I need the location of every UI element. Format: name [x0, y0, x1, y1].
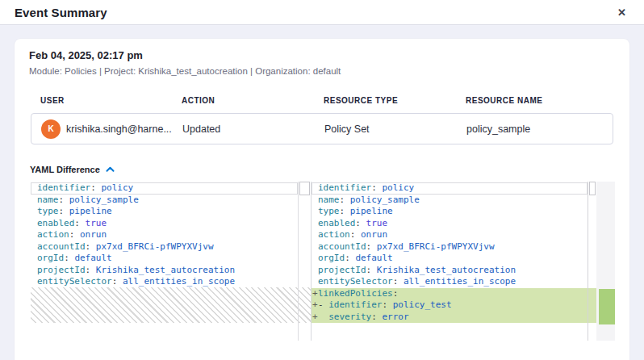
original-code-lines: identifier: policyname: policy_sampletyp…	[31, 182, 311, 288]
code-line: projectId: Krishika_test_autocreation	[312, 265, 596, 277]
diff-added-line: + severity: error	[312, 312, 596, 324]
code-line: type: pipeline	[312, 206, 596, 218]
close-icon[interactable]: ✕	[617, 7, 626, 18]
code-line: accountId: px7xd_BFRCi-pfWPYXVjvw	[312, 241, 596, 253]
column-header-action: ACTION	[182, 96, 324, 105]
code-line: entitySelector: all_entities_in_scope	[312, 276, 596, 288]
right-scrollbar[interactable]	[588, 182, 596, 341]
yaml-difference-toggle[interactable]: YAML Difference	[30, 165, 615, 174]
event-card: Feb 04, 2025, 02:17 pm Module: Policies …	[15, 39, 629, 360]
diff-overview-ruler[interactable]	[596, 182, 615, 341]
code-line: entitySelector: all_entities_in_scope	[31, 276, 311, 288]
code-line: projectId: Krishika_test_autocreation	[31, 265, 311, 277]
code-line: identifier: policy	[312, 182, 588, 195]
code-line: action: onrun	[312, 229, 596, 241]
diff-pane-modified[interactable]: identifier: policyname: policy_sampletyp…	[311, 182, 596, 341]
event-timestamp: Feb 04, 2025, 02:17 pm	[29, 49, 615, 61]
code-line: accountId: px7xd_BFRCi-pfWPYXVjvw	[31, 241, 311, 253]
avatar: K	[41, 119, 61, 139]
code-line: action: onrun	[31, 229, 311, 241]
code-line: orgId: default	[31, 253, 311, 265]
added-lines-marker	[599, 289, 615, 324]
diff-added-line: +linkedPolicies:	[312, 288, 596, 300]
diff-hatch-placeholder	[31, 287, 311, 323]
modal-body: Feb 04, 2025, 02:17 pm Module: Policies …	[0, 25, 644, 360]
code-line: enabled: true	[312, 218, 596, 230]
code-line: orgId: default	[312, 253, 596, 265]
left-scrollbar[interactable]	[298, 182, 311, 341]
modal-header: Event Summary ✕	[0, 0, 644, 25]
resource-name-value: policy_sample	[466, 123, 603, 135]
user-email: krishika.singh@harne...	[66, 123, 172, 135]
code-line: enabled: true	[31, 218, 311, 230]
resource-type-value: Policy Set	[324, 123, 466, 135]
right-scrollbar-slider[interactable]	[589, 182, 596, 195]
diff-added-line: +- identifier: policy_test	[312, 299, 596, 312]
code-line: name: policy_sample	[312, 195, 596, 207]
code-line: type: pipeline	[31, 206, 311, 218]
page-title: Event Summary	[15, 6, 107, 19]
yaml-difference-label: YAML Difference	[30, 165, 100, 174]
column-header-resource-type: RESOURCE TYPE	[324, 96, 466, 105]
chevron-up-icon[interactable]	[106, 166, 115, 173]
event-context: Module: Policies | Project: Krishika_tes…	[29, 66, 615, 76]
left-scrollbar-slider[interactable]	[299, 182, 310, 195]
diff-pane-original[interactable]: identifier: policyname: policy_sampletyp…	[31, 182, 311, 341]
modified-code-lines: identifier: policyname: policy_sampletyp…	[312, 182, 596, 323]
user-cell: K krishika.singh@harne...	[41, 119, 182, 139]
yaml-diff-editor[interactable]: identifier: policyname: policy_sampletyp…	[31, 182, 615, 341]
table-row: K krishika.singh@harne... Updated Policy…	[31, 113, 613, 144]
column-header-user: USER	[40, 96, 182, 105]
audit-table-header: USER ACTION RESOURCE TYPE RESOURCE NAME	[40, 96, 604, 105]
code-line: name: policy_sample	[31, 195, 311, 207]
action-value: Updated	[182, 123, 324, 135]
column-header-resource-name: RESOURCE NAME	[466, 96, 604, 105]
code-line: identifier: policy	[31, 182, 298, 195]
